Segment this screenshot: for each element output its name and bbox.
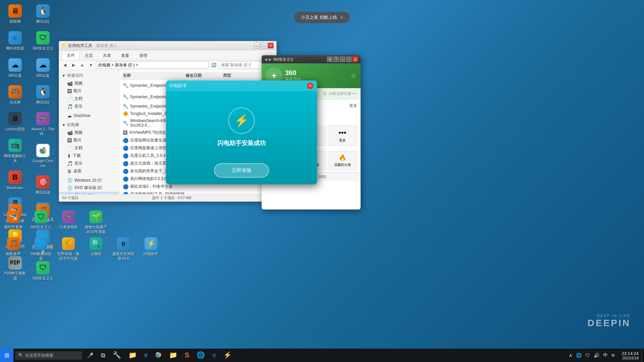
search-input[interactable]: [219, 61, 266, 69]
recent-button[interactable]: ▼: [87, 61, 95, 69]
security-prev-btn[interactable]: ◀: [264, 57, 267, 62]
sidebar-video[interactable]: 📹视频: [59, 79, 119, 87]
address-input[interactable]: [96, 61, 209, 69]
tray-lang-indicator[interactable]: M: [610, 352, 615, 358]
desktop-icon-qq[interactable]: 🐧 腾讯QQ: [30, 2, 56, 26]
tab-file[interactable]: 文件: [62, 51, 80, 60]
forward-button[interactable]: ▶: [70, 61, 77, 69]
notification-close[interactable]: ×: [340, 15, 343, 20]
start-button[interactable]: ⊞: [0, 349, 13, 362]
desktop-icon-chrome[interactable]: Google Chrome: [30, 141, 56, 171]
desktop-icon-ie3[interactable]: e 盎然全安浏览器V2.0: [110, 235, 137, 264]
tab-view[interactable]: 查看: [116, 51, 134, 60]
bandicam-icon: B: [8, 171, 22, 184]
sidebar-docs[interactable]: 📄文档: [59, 95, 119, 103]
desktop-icon-360safe[interactable]: 🛡 360安全卫士: [28, 208, 54, 237]
desktop-icon-360s3[interactable]: 🌐 360极速浏览器: [28, 235, 54, 264]
desktop-icon-ie[interactable]: e 网IE浏览器: [2, 28, 29, 53]
desktop-icon-wangwang2[interactable]: 🐄 能旺旺客家: [0, 208, 27, 237]
clock-date: 2022/2/18: [622, 356, 639, 360]
search-icon: 🔍: [18, 353, 23, 358]
security-minimize-btn[interactable]: —: [340, 57, 345, 62]
desktop-icon-lele[interactable]: 🎮 乐乐网: [2, 82, 29, 107]
tray-shield[interactable]: 🛡: [584, 352, 591, 359]
tray-expand[interactable]: ∧: [568, 352, 573, 359]
taskbar-item-flash2[interactable]: ⚡: [220, 349, 235, 362]
desktop-icon-360cloud[interactable]: ☁ 360云盘: [2, 56, 29, 80]
taskbar-item-explorer[interactable]: 📁: [125, 349, 140, 362]
ie-icon: e: [8, 31, 22, 45]
security-maximize-btn[interactable]: □: [346, 57, 352, 62]
desktop-icon-qqzhu2[interactable]: 🐧 腾讯QQ: [30, 82, 56, 107]
sidebar-pc-desktop[interactable]: 🖥桌面: [59, 167, 119, 175]
sidebar-onedrive[interactable]: ☁OneDrive: [59, 112, 119, 119]
sidebar-pc-docs[interactable]: 📄文档: [59, 144, 119, 152]
tray-network[interactable]: 🌐: [575, 352, 583, 359]
tab-manage[interactable]: 管理: [134, 51, 152, 60]
desktop-icon-flash-desktop[interactable]: ⚡ 闪电助手: [138, 235, 164, 264]
task-view-button[interactable]: ⧉: [97, 349, 109, 362]
sidebar-pc-pictures[interactable]: 🖼图片: [59, 136, 119, 144]
security-score-text: 分 .10秒立即开通 >>: [323, 91, 357, 96]
taskbar-item-chrome2[interactable]: [152, 349, 165, 362]
system-clock[interactable]: 23:14:24 2022/2/18: [619, 351, 641, 360]
taskbar-item-net2[interactable]: 🌐: [193, 349, 208, 362]
sidebar-pc-music[interactable]: 🎵音乐: [59, 160, 119, 167]
sidebar-drive-e[interactable]: 💿新加卷 (E:): [59, 192, 119, 194]
taskbar-item-settings[interactable]: 🔧: [109, 349, 124, 362]
back-button[interactable]: ◀: [61, 61, 68, 69]
sidebar-drive-d[interactable]: 💿DVD 驱动器 (D:: [59, 184, 119, 192]
taskbar-items: 🔧 📁 e 📁 S 🌐 e ⚡: [109, 349, 565, 362]
deepin-title: DEEPIN: [588, 318, 631, 328]
sidebar-pc-download[interactable]: ⬇下载: [59, 152, 119, 160]
sidebar-drive-c[interactable]: 💿Windows 10 (C:: [59, 177, 119, 184]
up-button[interactable]: ▲: [78, 61, 86, 69]
sidebar-quick-access-header[interactable]: ▼快速访问: [59, 72, 119, 79]
taskbar-item-ie4[interactable]: e: [209, 349, 219, 362]
flash-experience-button[interactable]: 立即体验: [214, 163, 269, 178]
mic-button[interactable]: 🎤: [84, 349, 97, 362]
desktop-icon-music[interactable]: 🎵 能歌多声: [0, 235, 27, 264]
security-settings-btn[interactable]: ⚙: [327, 57, 332, 62]
close-button[interactable]: ✕: [268, 43, 274, 49]
security-btn-more[interactable]: ••• 更多: [328, 125, 357, 146]
tray-input-lang[interactable]: 中: [602, 351, 609, 359]
desktop-icon-akend[interactable]: 🎮 Akend 2 - The W...: [30, 109, 56, 139]
sidebar-pc-video[interactable]: 📹视频: [59, 129, 119, 136]
desktop-icon-network[interactable]: 📺 网络视频制工具: [2, 136, 29, 166]
taskbar-search[interactable]: 🔍 在这里开始搜索: [15, 351, 82, 360]
tab-share[interactable]: 共享: [98, 51, 116, 60]
desktop-icon-360zhineng[interactable]: ☁ 360云盘: [30, 56, 56, 80]
desktop-icon-bandicam[interactable]: B Bandicam: [2, 168, 29, 193]
taskbar-item-sougou[interactable]: S: [181, 349, 193, 362]
desktop-icon-wufang[interactable]: 🎯 腾讯五老: [30, 173, 56, 197]
refresh-button[interactable]: 🔄: [210, 61, 217, 69]
security-btn-firewall[interactable]: 🔥 流量防火墙: [328, 151, 357, 170]
desktop-icon-lianxin[interactable]: 🖥 联联网: [2, 2, 29, 26]
task-view-icon: ⧉: [101, 352, 105, 359]
maximize-button[interactable]: □: [261, 43, 267, 49]
taskbar-item-files2[interactable]: 📁: [166, 349, 181, 362]
desktop-icon-kuangye2[interactable]: 🌾 狂野农场：疯狂节中文版: [55, 235, 82, 264]
taskbar-item-edge[interactable]: e: [141, 349, 151, 362]
desktop-icon-360[interactable]: 🛡 360安全卫士: [30, 28, 56, 53]
desktop-icon-zhiwu3[interactable]: 🌱 植物大战僵尸2010年度版: [83, 208, 109, 237]
sidebar-music[interactable]: 🎵音乐: [59, 103, 119, 110]
sidebar-pictures[interactable]: 🖼图片: [59, 87, 119, 95]
tray-speaker[interactable]: 🔊: [593, 352, 600, 359]
desktop-icon-zhuo[interactable]: 🔍 点脑装: [83, 235, 109, 264]
tab-home[interactable]: 主页: [80, 51, 98, 60]
security-close-btn[interactable]: ✕: [353, 57, 358, 62]
windows-icon: ⊞: [4, 352, 9, 359]
flash-close-button[interactable]: ✕: [307, 82, 314, 89]
sidebar-thispc-header[interactable]: ▼此电脑: [59, 121, 119, 129]
security-help-btn[interactable]: ?: [333, 57, 339, 62]
notification-text: 小丑之夜 炫酷上线: [301, 14, 337, 20]
minimize-button[interactable]: —: [254, 43, 260, 49]
desktop-icon-lenovo[interactable]: 🖥 Lenovo思想: [2, 109, 29, 134]
security-next-btn[interactable]: ▶: [269, 57, 271, 62]
address-bar: ◀ ▶ ▲ ▼ 🔄 🔍: [59, 60, 276, 70]
show-desktop-button[interactable]: [641, 349, 644, 362]
file-row[interactable]: 🔵 高清视频录制工具_30@60598: [121, 190, 275, 194]
desktop-icon-toujian2[interactable]: 🎮 斗兽游戏机: [55, 208, 82, 237]
